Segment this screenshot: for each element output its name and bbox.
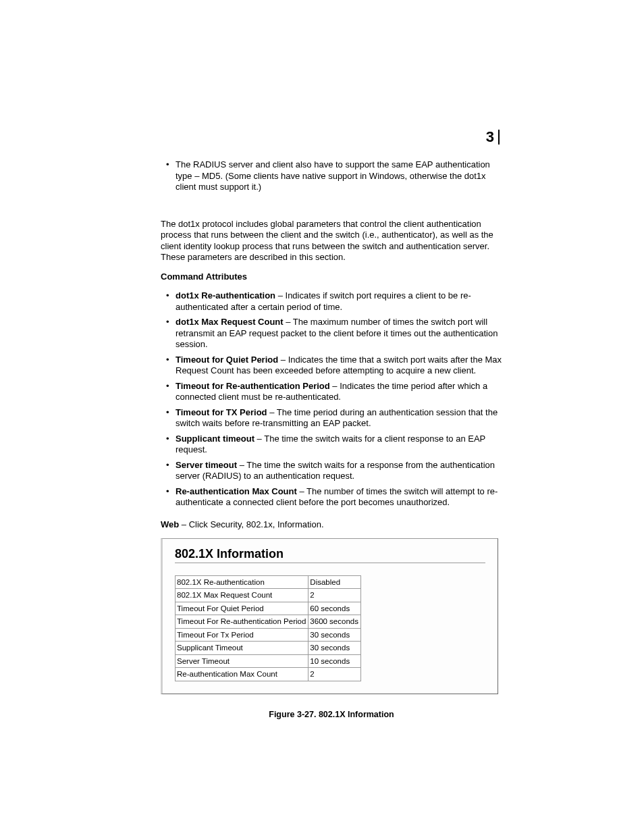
list-item: The RADIUS server and client also have t… — [161, 159, 502, 193]
page: 3 The RADIUS server and client also have… — [0, 0, 644, 834]
divider — [175, 563, 485, 563]
attr-term: Timeout for Quiet Period — [176, 355, 278, 365]
list-item: Timeout for Quiet Period – Indicates the… — [161, 355, 502, 377]
cell-value: 60 seconds — [308, 602, 361, 615]
web-instruction: Web – Click Security, 802.1x, Informatio… — [161, 519, 502, 531]
table-row: 802.1X Re-authenticationDisabled — [176, 575, 361, 589]
cell-value: 30 seconds — [308, 642, 361, 655]
cell-label: Supplicant Timeout — [176, 642, 308, 655]
table-row: Supplicant Timeout30 seconds — [176, 642, 361, 655]
cell-label: Re-authentication Max Count — [176, 668, 308, 681]
panel-title: 802.1X Information — [175, 548, 485, 560]
cell-value: Disabled — [308, 575, 361, 589]
table-row: Server Timeout10 seconds — [176, 654, 361, 668]
table-row: Timeout For Tx Period30 seconds — [176, 628, 361, 642]
intro-list: The RADIUS server and client also have t… — [161, 159, 502, 193]
list-item: Re-authentication Max Count – The number… — [161, 486, 502, 509]
web-desc: – Click Security, 802.1x, Information. — [179, 519, 323, 529]
list-item: dot1x Max Request Count – The maximum nu… — [161, 317, 502, 350]
list-item: Supplicant timeout – The time the switch… — [161, 434, 502, 456]
info-table: 802.1X Re-authenticationDisabled 802.1X … — [175, 575, 361, 681]
list-item: Timeout for Re-authentication Period – I… — [161, 381, 502, 403]
attr-term: Timeout for Re-authentication Period — [176, 381, 330, 391]
chapter-number: 3 — [486, 130, 500, 145]
cell-label: 802.1X Re-authentication — [176, 575, 308, 589]
command-attributes-heading: Command Attributes — [161, 271, 502, 283]
cell-value: 2 — [308, 589, 361, 602]
web-label: Web — [161, 519, 179, 529]
attr-term: Supplicant timeout — [176, 434, 254, 444]
attr-term: Server timeout — [176, 460, 237, 470]
paragraph: The dot1x protocol includes global param… — [161, 219, 502, 263]
cell-label: Timeout For Re-authentication Period — [176, 615, 308, 629]
list-item: Server timeout – The time the switch wai… — [161, 460, 502, 482]
list-item: Timeout for TX Period – The time period … — [161, 407, 502, 429]
attr-term: dot1x Re-authentication — [176, 290, 275, 301]
cell-value: 30 seconds — [308, 628, 361, 642]
table-row: 802.1X Max Request Count2 — [176, 589, 361, 602]
attr-term: dot1x Max Request Count — [176, 317, 284, 327]
content-body: The RADIUS server and client also have t… — [161, 159, 502, 720]
cell-value: 10 seconds — [308, 654, 361, 668]
cell-value: 3600 seconds — [308, 615, 361, 629]
attr-term: Re-authentication Max Count — [176, 486, 297, 496]
info-panel-screenshot: 802.1X Information 802.1X Re-authenticat… — [161, 538, 498, 694]
attributes-list: dot1x Re-authentication – Indicates if s… — [161, 290, 502, 509]
figure-caption: Figure 3-27. 802.1X Information — [161, 709, 502, 721]
list-item: dot1x Re-authentication – Indicates if s… — [161, 290, 502, 313]
cell-label: Server Timeout — [176, 654, 308, 668]
cell-label: 802.1X Max Request Count — [176, 589, 308, 602]
cell-label: Timeout For Quiet Period — [176, 602, 308, 615]
attr-term: Timeout for TX Period — [176, 407, 267, 417]
table-row: Re-authentication Max Count2 — [176, 668, 361, 681]
table-row: Timeout For Quiet Period60 seconds — [176, 602, 361, 615]
cell-value: 2 — [308, 668, 361, 681]
cell-label: Timeout For Tx Period — [176, 628, 308, 642]
table-row: Timeout For Re-authentication Period3600… — [176, 615, 361, 629]
